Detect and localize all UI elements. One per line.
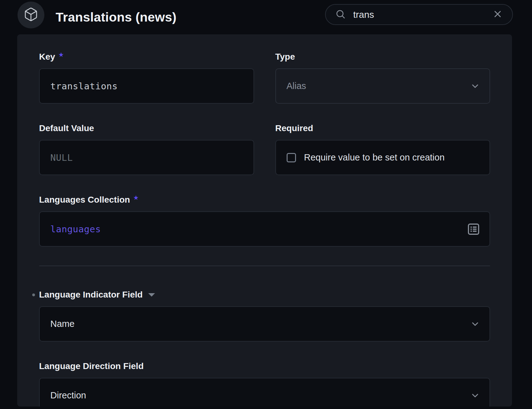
chevron-down-icon	[470, 319, 480, 329]
collection-icon-badge	[18, 2, 44, 28]
search-input[interactable]	[353, 9, 485, 20]
field-group-required: Required Require value to be set on crea…	[275, 123, 490, 175]
chevron-down-icon	[470, 391, 480, 401]
default-value-input-box	[39, 140, 254, 175]
required-checkbox-label: Require value to be set on creation	[304, 152, 445, 163]
field-group-type: Type Alias	[275, 52, 490, 104]
search-icon	[335, 9, 346, 21]
dot-indicator	[32, 293, 35, 296]
page-title: Translations (news)	[56, 10, 177, 25]
key-label: Key ★	[39, 52, 254, 62]
default-value-input[interactable]	[50, 152, 243, 163]
languages-collection-input-box[interactable]: languages	[39, 211, 490, 247]
required-label: Required	[275, 123, 490, 134]
chevron-down-icon	[470, 81, 480, 91]
language-indicator-label[interactable]: Language Indicator Field	[39, 289, 490, 300]
search-bar[interactable]	[325, 4, 513, 25]
cube-icon	[23, 7, 38, 23]
field-group-language-indicator: Language Indicator Field Name	[39, 289, 490, 342]
required-checkbox[interactable]	[287, 153, 296, 162]
field-group-key: Key ★	[39, 52, 254, 104]
field-group-language-direction: Language Direction Field Direction	[39, 361, 490, 407]
field-group-languages-collection: Languages Collection ★ languages	[39, 195, 490, 247]
close-icon[interactable]	[492, 9, 503, 21]
caret-down-icon[interactable]	[148, 293, 156, 297]
languages-collection-value: languages	[50, 224, 101, 234]
field-settings-panel: Key ★ Type Alias D	[17, 34, 512, 407]
type-label: Type	[275, 52, 490, 62]
languages-collection-label: Languages Collection ★	[39, 195, 490, 205]
list-alt-icon[interactable]	[466, 222, 481, 236]
field-group-default-value: Default Value	[39, 123, 254, 175]
language-indicator-select-value: Name	[50, 319, 74, 329]
key-input-box	[39, 68, 254, 104]
type-select-value: Alias	[287, 81, 306, 91]
required-marker: ★	[133, 192, 139, 203]
language-indicator-select[interactable]: Name	[39, 306, 490, 342]
section-divider	[39, 265, 490, 266]
default-value-label: Default Value	[39, 123, 254, 134]
language-direction-label: Language Direction Field	[39, 361, 490, 372]
drawer-header: Translations (news)	[0, 0, 532, 34]
required-marker: ★	[58, 49, 64, 60]
language-direction-select[interactable]: Direction	[39, 378, 490, 407]
language-direction-select-value: Direction	[50, 390, 86, 401]
type-select: Alias	[275, 68, 490, 104]
key-input[interactable]	[50, 81, 243, 91]
required-toggle-box[interactable]: Require value to be set on creation	[275, 140, 490, 175]
